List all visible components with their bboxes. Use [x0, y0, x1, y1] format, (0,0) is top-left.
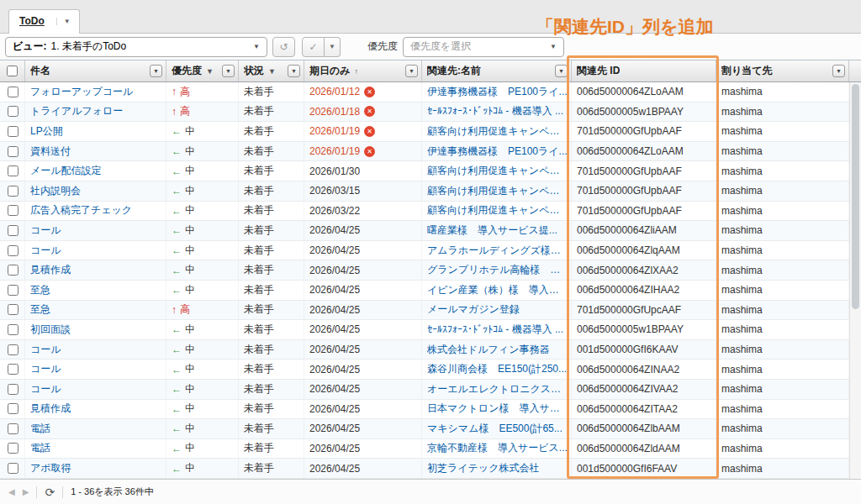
- related-link[interactable]: オーエルエレクトロニクス様...: [427, 382, 568, 396]
- related-cell: 森谷川商会様 EE150(計250...: [422, 360, 572, 379]
- assignee-cell: mashima: [716, 142, 849, 161]
- row-checkbox[interactable]: [8, 225, 18, 236]
- row-checkbox[interactable]: [8, 463, 18, 474]
- related-link[interactable]: ｾｰﾙｽﾌｫｰｽ･ﾄﾞｯﾄｺﾑ - 機器導入 ...: [427, 104, 563, 118]
- subject-link[interactable]: コール: [30, 343, 61, 357]
- column-header-2[interactable]: 優先度▼▼: [166, 60, 239, 81]
- subject-link[interactable]: メール配信設定: [30, 164, 102, 178]
- row-checkbox[interactable]: [8, 285, 18, 296]
- related-link[interactable]: イピン産業（株）様 導入コ...: [427, 283, 568, 297]
- subject-link[interactable]: コール: [30, 382, 61, 396]
- subject-cell: LP公開: [25, 122, 166, 141]
- subject-link[interactable]: コール: [30, 223, 61, 238]
- subject-link[interactable]: コール: [30, 244, 61, 258]
- related-link[interactable]: 曙産業様 導入サービス提...: [427, 223, 557, 238]
- related-link[interactable]: 顧客向け利用促進キャンペーン: [427, 203, 568, 218]
- subject-link[interactable]: 広告入稿完了チェック: [30, 203, 132, 218]
- refresh-button[interactable]: ↺: [272, 37, 295, 57]
- row-checkbox[interactable]: [8, 423, 18, 434]
- row-checkbox[interactable]: [8, 364, 18, 375]
- due-date-cell: 2026/04/25: [304, 221, 422, 240]
- row-checkbox[interactable]: [8, 344, 18, 355]
- row-checkbox[interactable]: [8, 245, 18, 256]
- related-link[interactable]: 森谷川商会様 EE150(計250...: [427, 362, 567, 376]
- subject-link[interactable]: 至急: [30, 283, 50, 297]
- row-checkbox[interactable]: [8, 165, 18, 176]
- related-link[interactable]: 顧客向け利用促進キャンペーン: [427, 184, 568, 198]
- column-filter-button[interactable]: ▼: [150, 65, 162, 77]
- related-link[interactable]: 日本マクトロン様 導入サー...: [427, 402, 568, 416]
- row-checkbox[interactable]: [8, 403, 18, 414]
- select-all-checkbox[interactable]: [7, 66, 18, 76]
- prev-page-button[interactable]: ◀: [8, 487, 15, 496]
- column-filter-button[interactable]: ▼: [405, 65, 418, 77]
- row-checkbox[interactable]: [8, 205, 18, 216]
- column-header-4[interactable]: 期日のみ↑▼: [304, 60, 422, 81]
- column-header-7[interactable]: 割り当て先▼: [716, 60, 849, 81]
- row-checkbox[interactable]: [8, 106, 18, 117]
- related-id-cell: 001d500000GfI6KAAV: [572, 340, 716, 360]
- column-header-5[interactable]: 関連先:名前▼: [422, 60, 572, 81]
- row-checkbox[interactable]: [8, 443, 18, 454]
- row-checkbox[interactable]: [8, 304, 18, 315]
- view-select[interactable]: ビュー: 1. 未着手のToDo ▼: [5, 37, 267, 57]
- assignee-cell: mashima: [716, 459, 849, 478]
- chevron-down-icon[interactable]: ▼: [56, 18, 71, 25]
- related-link[interactable]: 京輪不動産様 導入サービス...: [427, 441, 568, 455]
- subject-link[interactable]: アポ取得: [30, 461, 71, 475]
- subject-link[interactable]: 資料送付: [30, 144, 71, 159]
- subject-link[interactable]: 至急: [30, 302, 50, 317]
- tab-todo[interactable]: ToDo ▼: [8, 9, 80, 34]
- related-link[interactable]: 顧客向け利用促進キャンペーン: [427, 164, 568, 178]
- row-checkbox[interactable]: [8, 87, 18, 97]
- reload-button[interactable]: ⟳: [45, 486, 55, 499]
- row-checkbox[interactable]: [8, 146, 18, 157]
- related-link[interactable]: 株式会社ドルフィン事務器: [427, 343, 549, 357]
- related-link[interactable]: 伊達事務機器様 PE100ライ...: [427, 85, 568, 99]
- related-link[interactable]: 初芝ライテック株式会社: [427, 461, 539, 475]
- subject-link[interactable]: 社内説明会: [30, 184, 81, 198]
- priority-cell: ←中: [166, 260, 239, 280]
- column-filter-button[interactable]: ▼: [288, 65, 300, 77]
- due-date-cell: 2026/04/25: [304, 320, 422, 339]
- row-checkbox[interactable]: [8, 186, 18, 197]
- apply-menu-button[interactable]: ▼: [325, 37, 341, 57]
- row-checkbox[interactable]: [8, 265, 18, 276]
- related-link[interactable]: グランプリホテル高輪様 導...: [427, 263, 568, 277]
- subject-link[interactable]: 電話: [30, 422, 50, 436]
- row-checkbox[interactable]: [8, 126, 18, 137]
- related-link[interactable]: 顧客向け利用促進キャンペーン: [427, 124, 568, 139]
- subject-link[interactable]: 見積作成: [30, 263, 71, 277]
- subject-link[interactable]: 初回面談: [30, 323, 71, 337]
- sort-icon: ▼: [206, 67, 214, 76]
- priority-arrow-icon: ←: [172, 344, 182, 355]
- subject-link[interactable]: フォローアップコール: [30, 85, 133, 99]
- subject-link[interactable]: LP公開: [30, 124, 63, 139]
- subject-link[interactable]: トライアルフォロー: [30, 104, 123, 118]
- vertical-scrollbar[interactable]: [849, 82, 861, 479]
- scrollbar-thumb[interactable]: [852, 84, 859, 309]
- related-link[interactable]: マキシマム様 EE500(計65...: [427, 422, 563, 436]
- apply-button[interactable]: ✓: [302, 37, 325, 57]
- column-header-3[interactable]: 状況▼▼: [239, 60, 304, 81]
- column-filter-button[interactable]: ▼: [555, 65, 568, 77]
- related-link[interactable]: 伊達事務機器様 PE100ライ...: [427, 144, 568, 159]
- row-checkbox[interactable]: [8, 384, 18, 395]
- column-filter-button[interactable]: ▼: [222, 65, 235, 77]
- related-link[interactable]: ｾｰﾙｽﾌｫｰｽ･ﾄﾞｯﾄｺﾑ - 機器導入 ...: [427, 323, 563, 337]
- column-header-6[interactable]: 関連先 ID: [572, 60, 716, 81]
- column-header-1[interactable]: 件名▼: [25, 60, 166, 81]
- subject-link[interactable]: コール: [30, 362, 61, 376]
- table-row: コール←中未着手2026/04/25曙産業様 導入サービス提...006d500…: [0, 221, 861, 241]
- row-checkbox[interactable]: [8, 324, 18, 335]
- table-row: コール←中未着手2026/04/25アムラホールディングズ様 ...006d50…: [0, 241, 861, 261]
- status-cell: 未着手: [239, 202, 304, 221]
- next-page-button[interactable]: ▶: [23, 487, 29, 496]
- subject-cell: コール: [25, 380, 166, 399]
- subject-link[interactable]: 見積作成: [30, 402, 71, 416]
- related-link[interactable]: アムラホールディングズ様 ...: [427, 244, 568, 258]
- priority-filter-select[interactable]: 優先度を選択 ▼: [403, 37, 564, 57]
- related-link[interactable]: メールマガジン登録: [427, 302, 520, 317]
- column-filter-button[interactable]: ▼: [832, 65, 845, 77]
- subject-link[interactable]: 電話: [30, 441, 50, 455]
